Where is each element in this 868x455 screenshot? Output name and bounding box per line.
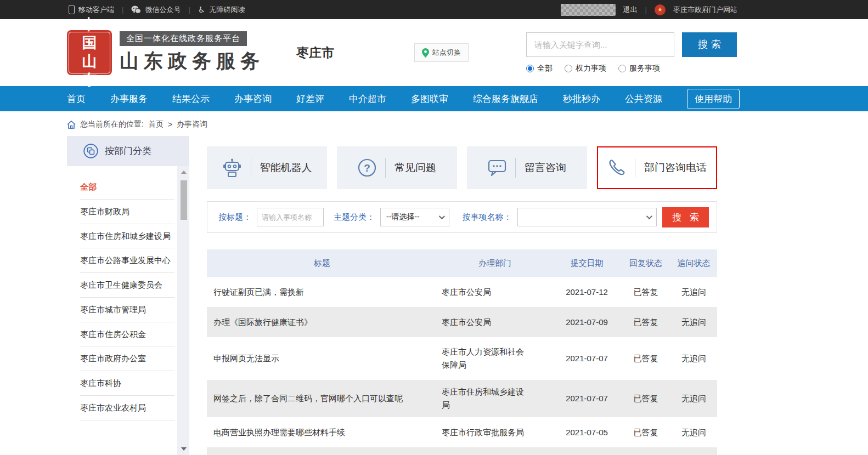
table-row[interactable]: 申报网页无法显示 枣庄市人力资源和社会保障局 2021-07-07 已答复 无追…: [207, 337, 717, 380]
divider: |: [188, 5, 190, 14]
nav-services[interactable]: 办事服务: [110, 93, 148, 105]
robot-icon: [222, 158, 242, 177]
accessibility-link[interactable]: ♿ 无障碍阅读: [198, 5, 245, 15]
tab-faq[interactable]: ? 常见问题: [337, 146, 457, 189]
department-list: 全部 枣庄市财政局 枣庄市住房和城乡建设局 枣庄市公路事业发展中心 枣庄市卫生健…: [67, 166, 177, 455]
header-search-area: 搜索 全部 权力事项 服务事项: [526, 32, 737, 73]
topbar-left: 移动客户端 | 微信公众号 | ♿ 无障碍阅读: [69, 5, 245, 15]
tab-divider: [515, 158, 516, 178]
tab-divider: [385, 158, 386, 178]
category-select[interactable]: --请选择--: [380, 208, 449, 226]
accessibility-label: 无障碍阅读: [209, 5, 245, 15]
sidebar-item-highway[interactable]: 枣庄市公路事业发展中心: [80, 248, 174, 273]
tab-smart-robot[interactable]: 智能机器人: [207, 146, 327, 189]
sidebar-item-provident-fund[interactable]: 枣庄市住房公积金: [80, 322, 174, 347]
radio-all[interactable]: 全部: [526, 64, 553, 73]
filter-title-input[interactable]: [257, 208, 324, 226]
nav-consultation[interactable]: 办事咨询: [234, 93, 272, 105]
sidebar-item-gov-office[interactable]: 枣庄市政府办公室: [80, 346, 174, 371]
city-name: 枣庄市: [296, 44, 334, 61]
logo-text-block: 全国一体化在线政务服务平台 山东政务服务: [120, 31, 264, 74]
nav-instant-approval[interactable]: 秒批秒办: [563, 93, 600, 105]
sidebar-title: 按部门分类: [105, 145, 151, 157]
item-name-select[interactable]: [517, 208, 657, 226]
mobile-app-link[interactable]: 移动客户端: [69, 5, 114, 15]
scrollbar-thumb[interactable]: [181, 180, 187, 220]
portal-link[interactable]: 枣庄市政府门户网站: [673, 5, 737, 15]
breadcrumb-prefix: 您当前所在的位置:: [80, 120, 144, 129]
platform-banner: 全国一体化在线政务服务平台: [120, 31, 247, 46]
wechat-link[interactable]: 微信公众号: [131, 5, 181, 15]
row-reply-status: 已答复: [621, 277, 670, 307]
wechat-icon: [131, 5, 141, 14]
table-row[interactable]: 电商营业执照办理需要哪些材料手续 枣庄市行政审批服务局 2021-07-05 已…: [207, 417, 717, 447]
nav-agency-market[interactable]: 中介超市: [349, 93, 386, 105]
row-date: 2021-07-09: [553, 307, 621, 337]
phone-icon: [607, 158, 626, 177]
row-follow-status: 无追问: [670, 307, 717, 337]
sidebar-scrollbar[interactable]: [179, 170, 188, 451]
row-title[interactable]: 申报网页无法显示: [207, 337, 437, 380]
row-title[interactable]: 办理《国际旅行健康证书》: [207, 307, 437, 337]
table-row[interactable]: 网签之后，除了合同二维码，官网哪个入口可以查呢 枣庄市住房和城乡建设局 2021…: [207, 380, 717, 417]
radio-power-items[interactable]: 权力事项: [565, 64, 606, 73]
row-title[interactable]: 行驶证副页已满，需换新: [207, 277, 437, 307]
nav-help[interactable]: 使用帮助: [687, 89, 740, 109]
username-redacted: [561, 4, 616, 16]
row-department: 枣庄市公安局: [437, 307, 553, 337]
sidebar-item-finance[interactable]: 枣庄市财政局: [80, 200, 174, 224]
keyword-search-input[interactable]: [526, 32, 674, 57]
topbar: 移动客户端 | 微信公众号 | ♿ 无障碍阅读 退出 | ★: [0, 0, 868, 19]
sidebar-item-agriculture[interactable]: 枣庄市农业农村局: [80, 396, 174, 420]
table-header-row: 标题 办理部门 提交日期 回复状态 追问状态: [207, 249, 717, 277]
category-icon: [83, 144, 98, 158]
site-switch-button[interactable]: 站点切换: [414, 43, 469, 62]
row-follow-status: 无追问: [670, 417, 717, 447]
row-reply-status: 已答复: [621, 337, 670, 380]
nav-public-resources[interactable]: 公共资源: [625, 93, 662, 105]
row-title[interactable]: 网签之后，除了合同二维码，官网哪个入口可以查呢: [207, 380, 437, 417]
logout-link[interactable]: 退出: [623, 5, 638, 15]
table-row[interactable]: 行驶证副页已满，需换新 枣庄市公安局 2021-07-12 已答复 无追问: [207, 277, 717, 307]
nav-joint-review[interactable]: 多图联审: [411, 93, 448, 105]
table-row[interactable]: 办理《国际旅行健康证书》 枣庄市公安局 2021-07-09 已答复 无追问: [207, 307, 717, 337]
radio-service-label: 服务事项: [629, 64, 660, 73]
sidebar-item-science-assoc[interactable]: 枣庄市科协: [80, 371, 174, 396]
row-follow-status: 无追问: [670, 380, 717, 417]
nav-flagship-store[interactable]: 综合服务旗舰店: [473, 93, 538, 105]
col-follow-status: 追问状态: [670, 249, 717, 277]
row-date: 2021-07-05: [553, 417, 621, 447]
accessibility-icon: ♿: [198, 5, 205, 15]
nav-home[interactable]: 首页: [67, 93, 86, 105]
site-logo[interactable]: 中国山东 全国一体化在线政务服务平台 山东政务服务: [67, 30, 264, 75]
tab-message-consult[interactable]: 留言咨询: [467, 146, 587, 189]
question-icon: ?: [358, 158, 376, 177]
category-select-value: --请选择--: [386, 212, 420, 222]
national-emblem-icon: ★: [655, 4, 666, 15]
row-department: 枣庄市行政审批服务局: [437, 417, 553, 447]
search-scope-radios: 全部 权力事项 服务事项: [526, 64, 737, 73]
tab-faq-label: 常见问题: [394, 161, 436, 175]
col-department: 办理部门: [437, 249, 553, 277]
header-search-button[interactable]: 搜索: [682, 32, 737, 57]
nav-results[interactable]: 结果公示: [172, 93, 210, 105]
tab-department-phone[interactable]: 部门咨询电话: [597, 146, 717, 189]
sidebar-item-all[interactable]: 全部: [80, 175, 174, 200]
filter-search-button[interactable]: 搜 索: [662, 207, 709, 228]
sidebar-item-city-mgmt[interactable]: 枣庄市城市管理局: [80, 298, 174, 322]
radio-power-label: 权力事项: [576, 64, 606, 73]
sidebar-item-health[interactable]: 枣庄市卫生健康委员会: [80, 273, 174, 298]
row-title[interactable]: 电商营业执照办理需要哪些材料手续: [207, 417, 437, 447]
filter-category-label: 主题分类：: [334, 212, 375, 223]
scroll-down-arrow-icon[interactable]: [181, 447, 187, 451]
divider: |: [122, 5, 123, 14]
row-follow-status: 无追问: [670, 337, 717, 380]
sidebar-item-housing[interactable]: 枣庄市住房和城乡建设局: [80, 224, 174, 249]
svg-text:?: ?: [364, 162, 370, 174]
scroll-up-arrow-icon[interactable]: [181, 170, 187, 174]
page: 移动客户端 | 微信公众号 | ♿ 无障碍阅读 退出 | ★: [0, 0, 868, 455]
table-row-partial: [207, 447, 717, 455]
nav-rating[interactable]: 好差评: [296, 93, 324, 105]
radio-service-items[interactable]: 服务事项: [618, 64, 660, 73]
breadcrumb-home-link[interactable]: 首页: [148, 120, 164, 129]
